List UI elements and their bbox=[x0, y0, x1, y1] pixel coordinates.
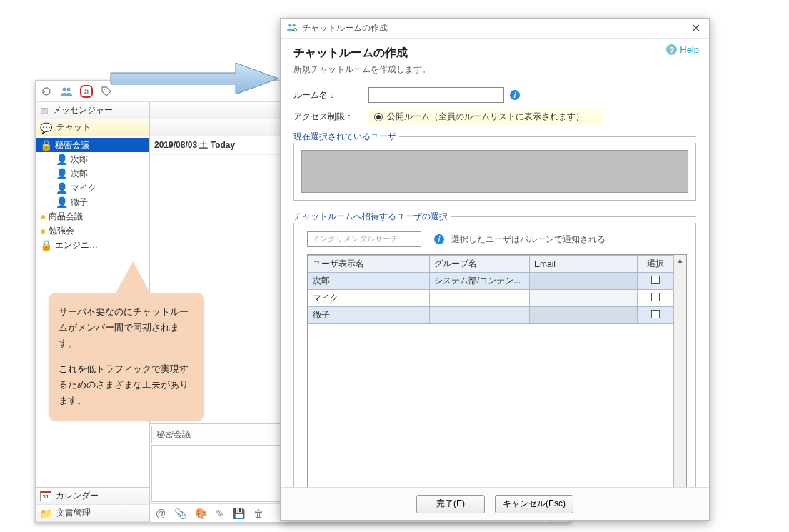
create-chatroom-icon[interactable] bbox=[80, 85, 93, 98]
info-icon[interactable]: i bbox=[510, 90, 520, 100]
cell-select[interactable] bbox=[638, 290, 673, 307]
cell-email bbox=[530, 273, 638, 290]
info-icon[interactable]: i bbox=[434, 234, 444, 244]
col-select[interactable]: 選択 bbox=[638, 256, 673, 273]
room-name-input[interactable] bbox=[368, 87, 504, 103]
table-row bbox=[308, 324, 673, 488]
table-row[interactable]: 徹子 bbox=[308, 307, 673, 324]
room-item[interactable]: 商品会議 bbox=[36, 209, 149, 224]
table-row[interactable]: マイク bbox=[308, 290, 673, 307]
save-icon[interactable]: 💾 bbox=[233, 508, 245, 518]
access-value-text: 公開ルーム（全員のルームリストに表示されます） bbox=[387, 111, 584, 123]
chat-icon: 💬 bbox=[40, 123, 52, 133]
user-icon: 👤 bbox=[56, 197, 68, 207]
cancel-button[interactable]: キャンセル(Esc) bbox=[495, 495, 573, 513]
cell-name: 次郎 bbox=[308, 273, 430, 290]
create-chatroom-dialog: チャットルームの作成 ✕ チャットルームの作成 新規チャットルームを作成します。… bbox=[280, 18, 710, 521]
room-member[interactable]: 👤 徹子 bbox=[36, 195, 149, 209]
room-item[interactable]: 勉強会 bbox=[36, 224, 149, 238]
user-table: ユーザ表示名 グループ名 Email 選択 次郎 システム部/コンテン... bbox=[308, 255, 673, 487]
selected-users-label: 現在選択されているユーザ bbox=[293, 131, 399, 143]
access-value[interactable]: 公開ルーム（全員のルームリストに表示されます） bbox=[368, 109, 604, 125]
room-label: 勉強会 bbox=[49, 225, 74, 237]
dialog-titlebar: チャットルームの作成 ✕ bbox=[281, 19, 709, 39]
cell-email bbox=[530, 290, 638, 307]
nav-chat-label: チャット bbox=[56, 121, 91, 134]
member-label: 次郎 bbox=[71, 154, 88, 166]
svg-point-2 bbox=[85, 89, 86, 91]
annotation-callout: サーバ不要なのにチャットルームがメンバー間で同期されます。 これを低トラフィック… bbox=[49, 293, 204, 421]
svg-point-0 bbox=[63, 87, 66, 91]
col-group[interactable]: グループ名 bbox=[430, 256, 530, 273]
palette-icon[interactable]: 🎨 bbox=[195, 508, 207, 518]
radio-public-icon bbox=[374, 113, 383, 121]
dot-icon bbox=[40, 226, 46, 236]
cell-email bbox=[530, 307, 638, 324]
checkbox-icon[interactable] bbox=[651, 293, 660, 301]
nav-calendar-label: カレンダー bbox=[56, 490, 99, 502]
attach-icon[interactable]: 📎 bbox=[174, 508, 186, 518]
svg-point-1 bbox=[67, 87, 71, 91]
dialog-footer: 完了(E) キャンセル(Esc) bbox=[281, 487, 709, 520]
dialog-title: チャットルームの作成 bbox=[293, 46, 696, 61]
mention-icon[interactable]: @ bbox=[156, 508, 166, 518]
callout-p2: これを低トラフィックで実現するためのさまざまな工夫があります。 bbox=[59, 361, 194, 408]
access-label: アクセス制限： bbox=[293, 111, 368, 123]
help-link[interactable]: ? Help bbox=[666, 44, 699, 55]
cell-select[interactable] bbox=[638, 307, 673, 324]
access-row: アクセス制限： 公開ルーム（全員のルームリストに表示されます） bbox=[293, 109, 696, 125]
cell-name: マイク bbox=[308, 290, 430, 307]
checkbox-icon[interactable] bbox=[651, 276, 660, 284]
incremental-search-input[interactable]: インクリメンタルサーチ bbox=[307, 231, 421, 247]
dialog-header: チャットルームの作成 新規チャットルームを作成します。 ? Help bbox=[281, 39, 709, 80]
edit-icon[interactable]: ✎ bbox=[216, 508, 224, 518]
close-icon[interactable]: ✕ bbox=[688, 21, 703, 35]
dialog-window-title: チャットルームの作成 bbox=[302, 22, 388, 34]
group-add-icon bbox=[286, 22, 298, 34]
refresh-icon[interactable] bbox=[40, 85, 53, 98]
svg-point-5 bbox=[104, 89, 105, 90]
table-row[interactable]: 次郎 システム部/コンテン... bbox=[308, 273, 673, 290]
checkbox-icon[interactable] bbox=[651, 310, 660, 318]
room-member[interactable]: 👤 次郎 bbox=[36, 166, 149, 181]
col-email[interactable]: Email bbox=[530, 256, 638, 273]
invite-label: チャットルームへ招待するユーザの選択 bbox=[293, 211, 451, 223]
room-item[interactable]: 🔒 エンジニ… bbox=[36, 238, 149, 252]
ok-button[interactable]: 完了(E) bbox=[416, 495, 485, 513]
cell-group bbox=[430, 307, 530, 324]
help-icon: ? bbox=[666, 44, 677, 55]
col-name[interactable]: ユーザ表示名 bbox=[308, 256, 430, 273]
lock-icon: 🔒 bbox=[40, 240, 52, 250]
room-member[interactable]: 👤 マイク bbox=[36, 181, 149, 195]
help-label: Help bbox=[680, 44, 699, 55]
member-label: マイク bbox=[71, 182, 96, 194]
tag-icon[interactable] bbox=[100, 85, 113, 98]
group-icon[interactable] bbox=[60, 85, 73, 98]
room-item[interactable]: 🔒 秘密会議 bbox=[36, 138, 149, 152]
nav-chat[interactable]: 💬 チャット bbox=[36, 119, 149, 136]
room-member[interactable]: 👤 次郎 bbox=[36, 152, 149, 166]
invite-search-row: インクリメンタルサーチ i 選択したユーザはバルーンで通知される bbox=[294, 231, 687, 254]
scroll-up-icon[interactable]: ▲ bbox=[677, 255, 684, 266]
trash-icon[interactable]: 🗑 bbox=[253, 508, 263, 518]
invite-fieldset: チャットルームへ招待するユーザの選択 bbox=[293, 211, 696, 223]
nav-messenger-label: メッセンジャー bbox=[53, 104, 113, 116]
svg-point-3 bbox=[86, 89, 88, 91]
selected-users-box bbox=[301, 150, 688, 193]
calendar-icon: 31 bbox=[40, 491, 51, 501]
nav-messenger[interactable]: ✉ メッセンジャー bbox=[36, 102, 149, 119]
room-label: エンジニ… bbox=[55, 239, 98, 251]
table-scrollbar[interactable]: ▲ ▼ bbox=[673, 255, 686, 487]
folder-icon: 📁 bbox=[40, 508, 52, 518]
invite-hint: 選択したユーザはバルーンで通知される bbox=[451, 234, 605, 246]
search-placeholder: インクリメンタルサーチ bbox=[312, 234, 398, 243]
svg-point-7 bbox=[288, 24, 291, 26]
nav-docs[interactable]: 📁 文書管理 bbox=[36, 505, 149, 522]
member-label: 徹子 bbox=[71, 196, 88, 209]
cell-select[interactable] bbox=[638, 273, 673, 290]
user-icon: 👤 bbox=[56, 169, 68, 179]
nav-calendar[interactable]: 31 カレンダー bbox=[36, 488, 149, 505]
room-name-row: ルーム名： i bbox=[293, 87, 696, 103]
cell-name: 徹子 bbox=[308, 307, 430, 324]
selected-users-fieldset: 現在選択されているユーザ bbox=[293, 131, 696, 143]
